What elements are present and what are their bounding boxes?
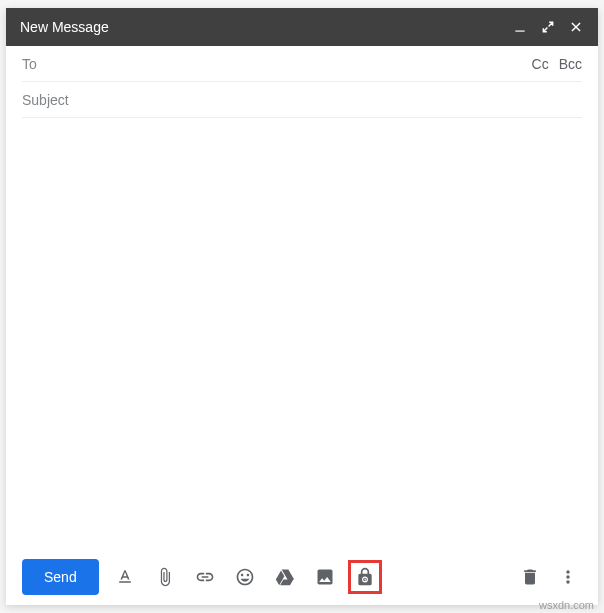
confidential-mode-highlight bbox=[348, 560, 382, 594]
attach-file-button[interactable] bbox=[151, 563, 179, 591]
compose-title: New Message bbox=[20, 19, 109, 35]
subject-field-row bbox=[22, 82, 582, 118]
fullscreen-button[interactable] bbox=[540, 19, 556, 35]
cc-button[interactable]: Cc bbox=[532, 56, 549, 72]
insert-drive-button[interactable] bbox=[271, 563, 299, 591]
insert-emoji-button[interactable] bbox=[231, 563, 259, 591]
compose-fields: Cc Bcc bbox=[6, 46, 598, 118]
confidential-mode-button[interactable] bbox=[352, 564, 378, 590]
compose-toolbar: Send bbox=[6, 549, 598, 605]
insert-photo-button[interactable] bbox=[311, 563, 339, 591]
more-options-button[interactable] bbox=[554, 563, 582, 591]
compose-header: New Message bbox=[6, 8, 598, 46]
message-body[interactable] bbox=[6, 118, 598, 549]
cc-bcc-group: Cc Bcc bbox=[532, 56, 582, 72]
to-input[interactable] bbox=[22, 56, 532, 72]
subject-input[interactable] bbox=[22, 92, 582, 108]
bcc-button[interactable]: Bcc bbox=[559, 56, 582, 72]
to-field-row: Cc Bcc bbox=[22, 46, 582, 82]
watermark-text: wsxdn.com bbox=[539, 599, 594, 611]
send-button[interactable]: Send bbox=[22, 559, 99, 595]
discard-draft-button[interactable] bbox=[516, 563, 544, 591]
toolbar-left: Send bbox=[22, 559, 382, 595]
compose-window: New Message Cc Bcc Send bbox=[6, 8, 598, 605]
header-controls bbox=[512, 19, 584, 35]
close-button[interactable] bbox=[568, 19, 584, 35]
formatting-options-button[interactable] bbox=[111, 563, 139, 591]
svg-rect-0 bbox=[515, 31, 524, 32]
insert-link-button[interactable] bbox=[191, 563, 219, 591]
minimize-button[interactable] bbox=[512, 19, 528, 35]
toolbar-right bbox=[516, 563, 582, 591]
